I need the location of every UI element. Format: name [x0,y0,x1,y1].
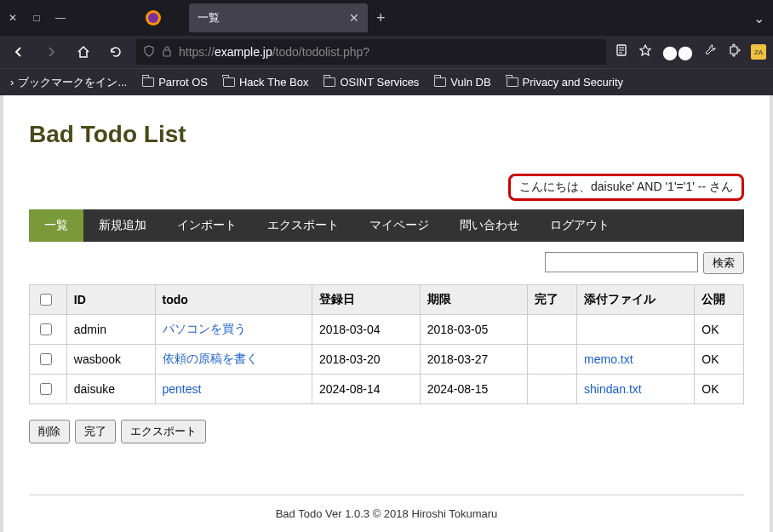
header-pub: 公開 [695,285,744,315]
settings-wrench-icon[interactable] [703,43,717,60]
cell-reg: 2018-03-20 [312,345,420,375]
forward-button [39,40,63,64]
lock-icon[interactable] [162,45,172,60]
bookmark-folder-osint[interactable]: OSINT Services [324,76,419,89]
bookmark-folder-vulndb[interactable]: Vuln DB [434,76,490,89]
bookmark-folder-parrot[interactable]: Parrot OS [142,76,208,89]
cell-due: 2024-08-15 [420,375,528,404]
menu-mypage[interactable]: マイページ [354,209,444,242]
header-due: 期限 [420,285,528,315]
cell-attach [577,315,695,345]
folder-icon [223,77,235,87]
row-checkbox[interactable] [40,323,52,335]
cell-done [528,315,577,345]
page-footer: Bad Todo Ver 1.0.3 © 2018 Hiroshi Tokuma… [29,495,744,520]
bookmark-toolbar: ›ブックマークをイン... Parrot OS Hack The Box OSI… [0,68,773,95]
cell-done [528,345,577,375]
cell-attach: shindan.txt [577,375,695,404]
reader-mode-icon[interactable] [615,43,628,60]
svg-point-1 [148,13,158,23]
menu-import[interactable]: インポート [162,209,252,242]
tab-title: 一覧 [198,10,349,26]
browser-tab[interactable]: 一覧 ✕ [189,3,368,32]
new-tab-button[interactable]: + [376,9,386,27]
attachment-link[interactable]: memo.txt [584,352,633,366]
header-attach: 添付ファイル [577,285,695,315]
cell-id: wasbook [66,345,155,375]
bookmark-folder-htb[interactable]: Hack The Box [223,76,308,89]
folder-icon [324,77,335,87]
header-todo: todo [155,285,312,315]
cell-id: daisuke [66,375,155,404]
mask-icon[interactable]: ⬤⬤ [662,44,693,60]
menu-new[interactable]: 新規追加 [83,209,162,242]
app-menubar: 一覧 新規追加 インポート エクスポート マイページ 問い合わせ ログアウト [29,209,744,242]
menu-export[interactable]: エクスポート [252,209,354,242]
page-viewport: Bad Todo List こんにちは、daisuke' AND '1'='1'… [0,95,773,532]
cell-due: 2018-03-27 [420,345,528,375]
bookmark-import[interactable]: ›ブックマークをイン... [10,75,127,90]
svg-rect-2 [163,50,170,56]
todo-link[interactable]: pentest [163,382,202,396]
export-button[interactable]: エクスポート [121,420,206,443]
table-row: daisukepentest2024-08-142024-08-15shinda… [30,375,744,404]
tabs-dropdown-icon[interactable]: ⌄ [753,10,764,26]
page-title: Bad Todo List [29,121,744,148]
page-content: Bad Todo List こんにちは、daisuke' AND '1'='1'… [3,95,770,532]
header-id: ID [66,285,155,315]
menu-list[interactable]: 一覧 [29,209,83,242]
row-checkbox[interactable] [40,383,52,395]
menu-logout[interactable]: ログアウト [535,209,625,242]
cell-todo: pentest [155,375,312,404]
folder-icon [142,77,154,87]
todo-table: ID todo 登録日 期限 完了 添付ファイル 公開 adminパソコンを買う… [29,284,744,404]
bookmark-star-icon[interactable] [638,43,652,60]
chevron-icon: › [10,76,14,89]
window-close-icon[interactable]: ✕ [7,12,19,24]
complete-button[interactable]: 完了 [75,420,116,443]
search-input[interactable] [545,252,698,272]
extensions-icon[interactable] [727,43,741,60]
attachment-link[interactable]: shindan.txt [584,382,642,396]
cell-todo: パソコンを買う [155,315,312,345]
folder-icon [434,77,446,87]
search-button[interactable]: 検索 [703,252,744,274]
cell-done [528,375,577,404]
todo-link[interactable]: パソコンを買う [163,322,246,335]
greeting-message: こんにちは、daisuke' AND '1'='1' -- さん [508,174,744,201]
cell-pub: OK [695,315,744,345]
table-row: adminパソコンを買う2018-03-042018-03-05OK [30,315,744,345]
window-titlebar: ✕ □ — 一覧 ✕ + ⌄ [0,0,773,36]
browser-navbar: https://example.jp/todo/todolist.php? ⬤⬤… [0,36,773,68]
cell-id: admin [66,315,155,345]
menu-contact[interactable]: 問い合わせ [444,209,535,242]
cell-pub: OK [695,375,744,404]
url-text: https://example.jp/todo/todolist.php? [179,45,599,59]
select-all-checkbox[interactable] [40,294,52,306]
header-reg: 登録日 [312,285,420,315]
window-maximize-icon[interactable]: □ [31,12,43,24]
tab-close-icon[interactable]: ✕ [349,11,359,25]
url-bar[interactable]: https://example.jp/todo/todolist.php? [136,39,606,65]
cell-pub: OK [695,345,744,375]
delete-button[interactable]: 削除 [29,420,70,443]
table-header-row: ID todo 登録日 期限 完了 添付ファイル 公開 [30,285,744,315]
todo-link[interactable]: 依頼の原稿を書く [163,352,258,365]
cell-due: 2018-03-05 [420,315,528,345]
cell-attach: memo.txt [577,345,695,375]
bookmark-folder-privacy[interactable]: Privacy and Security [507,76,624,89]
firefox-logo-icon [143,8,163,28]
reload-button[interactable] [104,40,128,64]
folder-icon [507,77,518,87]
cell-reg: 2024-08-14 [312,375,420,404]
shield-icon[interactable] [143,45,155,60]
row-checkbox[interactable] [40,353,52,365]
cell-reg: 2018-03-04 [312,315,420,345]
back-button[interactable] [7,40,31,64]
home-button[interactable] [72,40,95,64]
cell-todo: 依頼の原稿を書く [155,345,312,375]
zap-extension-icon[interactable]: ZA [751,44,766,60]
window-minimize-icon[interactable]: — [54,12,66,24]
table-row: wasbook依頼の原稿を書く2018-03-202018-03-27memo.… [30,345,744,375]
header-done: 完了 [528,285,577,315]
